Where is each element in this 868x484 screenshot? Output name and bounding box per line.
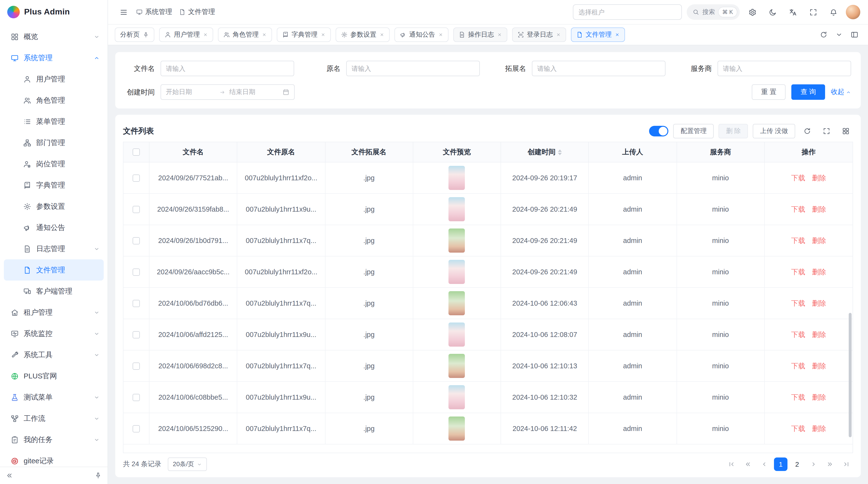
sidebar-item[interactable]: 字典管理 (4, 174, 104, 196)
sidebar-item[interactable]: 租户管理 (4, 302, 104, 323)
close-icon[interactable] (203, 32, 208, 37)
preview-image[interactable] (449, 166, 465, 190)
close-icon[interactable] (379, 32, 384, 37)
dark-mode-icon[interactable] (765, 4, 780, 20)
tenant-select[interactable] (572, 4, 682, 20)
sidebar-item[interactable]: 用户管理 (4, 68, 104, 90)
prev-group-icon[interactable] (741, 457, 755, 471)
search-trigger[interactable]: 搜索 ⌘ K (686, 4, 740, 20)
row-checkbox[interactable] (133, 394, 140, 401)
download-link[interactable]: 下载 (791, 299, 805, 308)
download-link[interactable]: 下载 (791, 393, 805, 402)
filter-input[interactable] (532, 61, 665, 76)
row-checkbox[interactable] (133, 237, 140, 244)
sidebar-item[interactable]: 系统工具 (4, 344, 104, 365)
tab[interactable]: 通知公告 (394, 28, 448, 42)
layout-icon[interactable] (848, 28, 861, 41)
close-icon[interactable] (438, 32, 443, 37)
sidebar-item[interactable]: 测试菜单 (4, 387, 104, 408)
filter-input[interactable] (346, 61, 480, 76)
row-checkbox[interactable] (133, 362, 140, 369)
preview-image[interactable] (449, 291, 465, 315)
row-checkbox[interactable] (133, 331, 140, 338)
toggle-switch[interactable] (649, 126, 669, 136)
sidebar-item[interactable]: 通知公告 (4, 217, 104, 238)
date-range-picker[interactable]: 开始日期 结束日期 (161, 84, 294, 100)
header-cell[interactable]: 服务商 (677, 142, 765, 162)
sidebar-item[interactable]: 客户端管理 (4, 281, 104, 302)
preview-image[interactable] (449, 228, 465, 253)
download-link[interactable]: 下载 (791, 361, 805, 370)
delete-link[interactable]: 删除 (812, 205, 826, 214)
header-cell[interactable]: 操作 (765, 142, 853, 162)
query-button[interactable]: 查 询 (791, 84, 825, 100)
sidebar-item[interactable]: 概览 (4, 26, 104, 47)
expand-table-icon[interactable] (819, 124, 834, 138)
prev-page-icon[interactable] (757, 457, 771, 471)
last-page-icon[interactable] (840, 457, 853, 471)
breadcrumb-item[interactable]: 文件管理 (179, 8, 215, 17)
reset-button[interactable]: 重 置 (752, 84, 785, 100)
tab[interactable]: 角色管理 (218, 28, 272, 42)
delete-link[interactable]: 删除 (812, 236, 826, 245)
sidebar-item[interactable]: 岗位管理 (4, 153, 104, 174)
tab[interactable]: 操作日志 (453, 28, 507, 42)
collapse-filter-link[interactable]: 收起 (831, 88, 851, 96)
close-icon[interactable] (556, 32, 561, 37)
sidebar-item[interactable]: 菜单管理 (4, 111, 104, 132)
tab-options-icon[interactable] (832, 28, 846, 41)
row-checkbox[interactable] (133, 425, 140, 432)
fullscreen-icon[interactable] (805, 4, 821, 20)
first-page-icon[interactable] (725, 457, 738, 471)
preview-image[interactable] (449, 354, 465, 378)
delete-button[interactable]: 删 除 (719, 124, 748, 138)
close-icon[interactable] (615, 32, 619, 37)
tab[interactable]: 字典管理 (277, 28, 331, 42)
tab[interactable]: 参数设置 (335, 28, 390, 42)
sidebar-item[interactable]: 工作流 (4, 408, 104, 429)
download-link[interactable]: 下载 (791, 424, 805, 433)
sidebar-item[interactable]: 系统监控 (4, 323, 104, 344)
select-all-checkbox[interactable] (133, 149, 140, 156)
refresh-table-icon[interactable] (800, 124, 814, 138)
breadcrumb-item[interactable]: 系统管理 (136, 8, 172, 17)
translate-icon[interactable] (785, 4, 801, 20)
sidebar-item[interactable]: 角色管理 (4, 90, 104, 111)
page-button[interactable]: 1 (774, 457, 787, 471)
delete-link[interactable]: 删除 (812, 299, 826, 308)
header-cell[interactable]: 文件名 (150, 142, 238, 162)
filter-input[interactable] (717, 61, 851, 76)
sidebar-item[interactable]: 日志管理 (4, 238, 104, 259)
filter-input[interactable] (161, 61, 294, 76)
user-avatar[interactable] (846, 5, 860, 19)
sidebar-item[interactable]: 我的任务 (4, 429, 104, 450)
upload-button[interactable]: 上传 没做 (753, 124, 795, 138)
row-checkbox[interactable] (133, 205, 140, 213)
sidebar-item[interactable]: 系统管理 (4, 47, 104, 68)
header-cell[interactable]: 文件预览 (413, 142, 501, 162)
sidebar-item[interactable]: gitee记录 (4, 450, 104, 466)
table-scrollbar[interactable] (849, 313, 851, 437)
pin-icon[interactable] (143, 32, 149, 38)
header-cell[interactable]: 文件原名 (238, 142, 326, 162)
preview-image[interactable] (449, 385, 465, 409)
close-icon[interactable] (497, 32, 502, 37)
tab[interactable]: 用户管理 (159, 28, 213, 42)
tab[interactable]: 文件管理 (571, 28, 625, 42)
download-link[interactable]: 下载 (791, 267, 805, 277)
next-group-icon[interactable] (823, 457, 837, 471)
close-icon[interactable] (261, 32, 267, 37)
hamburger-menu-icon[interactable] (116, 4, 131, 20)
app-logo[interactable]: Plus Admin (0, 0, 107, 24)
sidebar-item[interactable]: PLUS官网 (4, 365, 104, 387)
tab[interactable]: 分析页 (115, 28, 154, 42)
preview-image[interactable] (449, 260, 465, 284)
row-checkbox[interactable] (133, 174, 140, 182)
delete-link[interactable]: 删除 (812, 393, 826, 402)
download-link[interactable]: 下载 (791, 330, 805, 339)
delete-link[interactable]: 删除 (812, 424, 826, 433)
delete-link[interactable]: 删除 (812, 173, 826, 183)
sidebar-item[interactable]: 参数设置 (4, 196, 104, 217)
preview-image[interactable] (449, 323, 465, 347)
close-icon[interactable] (320, 32, 325, 37)
